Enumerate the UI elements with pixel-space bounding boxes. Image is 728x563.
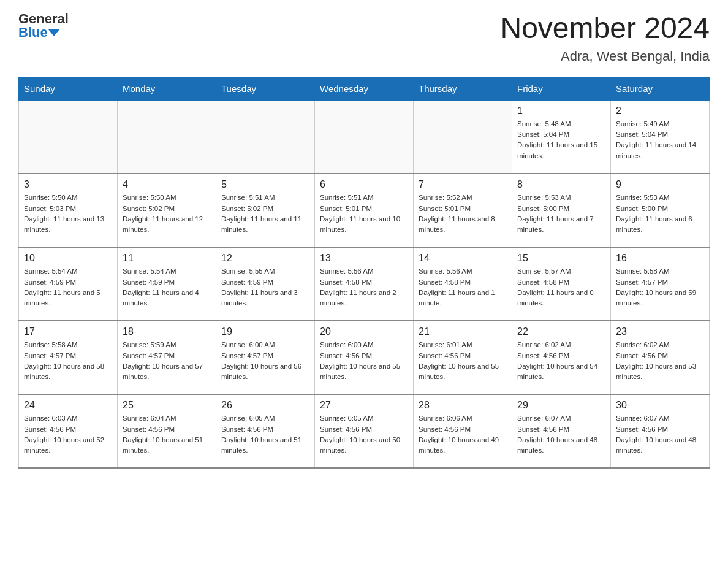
- calendar-cell: 3Sunrise: 5:50 AMSunset: 5:03 PMDaylight…: [19, 174, 118, 247]
- calendar-cell: [216, 100, 315, 174]
- day-info: Sunrise: 5:51 AMSunset: 5:01 PMDaylight:…: [320, 193, 408, 235]
- day-number: 9: [616, 179, 704, 190]
- day-number: 26: [221, 400, 309, 411]
- calendar-cell: 18Sunrise: 5:59 AMSunset: 4:57 PMDayligh…: [118, 321, 216, 394]
- day-number: 13: [320, 253, 408, 264]
- calendar-cell: 16Sunrise: 5:58 AMSunset: 4:57 PMDayligh…: [611, 247, 710, 321]
- day-info: Sunrise: 5:57 AMSunset: 4:58 PMDaylight:…: [517, 266, 605, 308]
- day-info: Sunrise: 5:50 AMSunset: 5:02 PMDaylight:…: [123, 193, 211, 235]
- day-number: 19: [221, 326, 309, 337]
- day-info: Sunrise: 5:56 AMSunset: 4:58 PMDaylight:…: [419, 266, 507, 308]
- day-info: Sunrise: 6:04 AMSunset: 4:56 PMDaylight:…: [123, 413, 211, 456]
- calendar-cell: 29Sunrise: 6:07 AMSunset: 4:56 PMDayligh…: [512, 394, 611, 468]
- calendar-cell: 21Sunrise: 6:01 AMSunset: 4:56 PMDayligh…: [414, 321, 512, 394]
- day-info: Sunrise: 6:03 AMSunset: 4:56 PMDaylight:…: [24, 413, 112, 456]
- day-number: 28: [419, 400, 507, 411]
- calendar-location: Adra, West Bengal, India: [500, 48, 710, 64]
- calendar-cell: 24Sunrise: 6:03 AMSunset: 4:56 PMDayligh…: [19, 394, 118, 468]
- calendar-cell: 19Sunrise: 6:00 AMSunset: 4:57 PMDayligh…: [216, 321, 315, 394]
- day-number: 7: [419, 179, 507, 190]
- day-number: 18: [123, 326, 211, 337]
- day-number: 21: [419, 326, 507, 337]
- weekday-header-row: Sunday Monday Tuesday Wednesday Thursday…: [19, 77, 710, 100]
- calendar-cell: 4Sunrise: 5:50 AMSunset: 5:02 PMDaylight…: [118, 174, 216, 247]
- day-info: Sunrise: 6:06 AMSunset: 4:56 PMDaylight:…: [419, 413, 507, 456]
- day-number: 20: [320, 326, 408, 337]
- calendar-cell: 14Sunrise: 5:56 AMSunset: 4:58 PMDayligh…: [414, 247, 512, 321]
- calendar-cell: 1Sunrise: 5:48 AMSunset: 5:04 PMDaylight…: [512, 100, 611, 174]
- day-number: 1: [517, 105, 605, 117]
- day-info: Sunrise: 5:58 AMSunset: 4:57 PMDaylight:…: [616, 266, 704, 308]
- calendar-cell: 27Sunrise: 6:05 AMSunset: 4:56 PMDayligh…: [315, 394, 414, 468]
- day-info: Sunrise: 5:52 AMSunset: 5:01 PMDaylight:…: [419, 193, 507, 235]
- day-number: 14: [419, 253, 507, 264]
- day-info: Sunrise: 5:53 AMSunset: 5:00 PMDaylight:…: [517, 193, 605, 235]
- calendar-table: Sunday Monday Tuesday Wednesday Thursday…: [18, 77, 710, 469]
- calendar-week-row: 17Sunrise: 5:58 AMSunset: 4:57 PMDayligh…: [19, 321, 710, 394]
- header-friday: Friday: [512, 77, 611, 100]
- header-sunday: Sunday: [19, 77, 118, 100]
- day-number: 30: [616, 400, 704, 411]
- day-info: Sunrise: 6:07 AMSunset: 4:56 PMDaylight:…: [517, 413, 605, 456]
- calendar-cell: 6Sunrise: 5:51 AMSunset: 5:01 PMDaylight…: [315, 174, 414, 247]
- day-info: Sunrise: 5:55 AMSunset: 4:59 PMDaylight:…: [221, 266, 309, 308]
- day-info: Sunrise: 6:00 AMSunset: 4:57 PMDaylight:…: [221, 340, 309, 382]
- calendar-cell: 9Sunrise: 5:53 AMSunset: 5:00 PMDaylight…: [611, 174, 710, 247]
- day-number: 10: [24, 253, 112, 264]
- day-number: 16: [616, 253, 704, 264]
- day-info: Sunrise: 5:51 AMSunset: 5:02 PMDaylight:…: [221, 193, 309, 235]
- calendar-cell: 15Sunrise: 5:57 AMSunset: 4:58 PMDayligh…: [512, 247, 611, 321]
- header-monday: Monday: [118, 77, 216, 100]
- calendar-cell: [414, 100, 512, 174]
- calendar-cell: 5Sunrise: 5:51 AMSunset: 5:02 PMDaylight…: [216, 174, 315, 247]
- day-info: Sunrise: 6:02 AMSunset: 4:56 PMDaylight:…: [517, 340, 605, 382]
- calendar-cell: 26Sunrise: 6:05 AMSunset: 4:56 PMDayligh…: [216, 394, 315, 468]
- header-thursday: Thursday: [414, 77, 512, 100]
- logo-blue-text: Blue: [18, 26, 58, 39]
- calendar-week-row: 3Sunrise: 5:50 AMSunset: 5:03 PMDaylight…: [19, 174, 710, 247]
- logo-triangle-icon: [48, 29, 60, 36]
- header-saturday: Saturday: [611, 77, 710, 100]
- page-header: General Blue November 2024 Adra, West Be…: [18, 12, 710, 64]
- day-number: 23: [616, 326, 704, 337]
- logo-general-text: General: [18, 12, 69, 26]
- calendar-cell: 2Sunrise: 5:49 AMSunset: 5:04 PMDaylight…: [611, 100, 710, 174]
- calendar-cell: 7Sunrise: 5:52 AMSunset: 5:01 PMDaylight…: [414, 174, 512, 247]
- calendar-header: Sunday Monday Tuesday Wednesday Thursday…: [19, 77, 710, 100]
- day-number: 6: [320, 179, 408, 190]
- header-wednesday: Wednesday: [315, 77, 414, 100]
- day-info: Sunrise: 5:53 AMSunset: 5:00 PMDaylight:…: [616, 193, 704, 235]
- day-number: 15: [517, 253, 605, 264]
- day-info: Sunrise: 5:54 AMSunset: 4:59 PMDaylight:…: [24, 266, 112, 308]
- day-info: Sunrise: 6:02 AMSunset: 4:56 PMDaylight:…: [616, 340, 704, 382]
- day-info: Sunrise: 5:50 AMSunset: 5:03 PMDaylight:…: [24, 193, 112, 235]
- day-number: 5: [221, 179, 309, 190]
- calendar-cell: [315, 100, 414, 174]
- calendar-cell: 12Sunrise: 5:55 AMSunset: 4:59 PMDayligh…: [216, 247, 315, 321]
- calendar-cell: 8Sunrise: 5:53 AMSunset: 5:00 PMDaylight…: [512, 174, 611, 247]
- day-number: 11: [123, 253, 211, 264]
- calendar-body: 1Sunrise: 5:48 AMSunset: 5:04 PMDaylight…: [19, 100, 710, 468]
- calendar-cell: 22Sunrise: 6:02 AMSunset: 4:56 PMDayligh…: [512, 321, 611, 394]
- day-info: Sunrise: 6:01 AMSunset: 4:56 PMDaylight:…: [419, 340, 507, 382]
- day-number: 24: [24, 400, 112, 411]
- calendar-cell: 30Sunrise: 6:07 AMSunset: 4:56 PMDayligh…: [611, 394, 710, 468]
- day-info: Sunrise: 6:00 AMSunset: 4:56 PMDaylight:…: [320, 340, 408, 382]
- title-block: November 2024 Adra, West Bengal, India: [500, 12, 710, 64]
- day-number: 25: [123, 400, 211, 411]
- day-info: Sunrise: 5:48 AMSunset: 5:04 PMDaylight:…: [517, 119, 605, 161]
- calendar-cell: 28Sunrise: 6:06 AMSunset: 4:56 PMDayligh…: [414, 394, 512, 468]
- calendar-cell: 10Sunrise: 5:54 AMSunset: 4:59 PMDayligh…: [19, 247, 118, 321]
- calendar-title: November 2024: [500, 12, 710, 45]
- day-info: Sunrise: 6:05 AMSunset: 4:56 PMDaylight:…: [320, 413, 408, 456]
- day-number: 17: [24, 326, 112, 337]
- day-number: 12: [221, 253, 309, 264]
- day-number: 27: [320, 400, 408, 411]
- day-number: 29: [517, 400, 605, 411]
- day-info: Sunrise: 6:05 AMSunset: 4:56 PMDaylight:…: [221, 413, 309, 456]
- calendar-cell: [19, 100, 118, 174]
- day-info: Sunrise: 5:54 AMSunset: 4:59 PMDaylight:…: [123, 266, 211, 308]
- calendar-cell: 13Sunrise: 5:56 AMSunset: 4:58 PMDayligh…: [315, 247, 414, 321]
- day-number: 4: [123, 179, 211, 190]
- logo: General Blue: [18, 12, 69, 39]
